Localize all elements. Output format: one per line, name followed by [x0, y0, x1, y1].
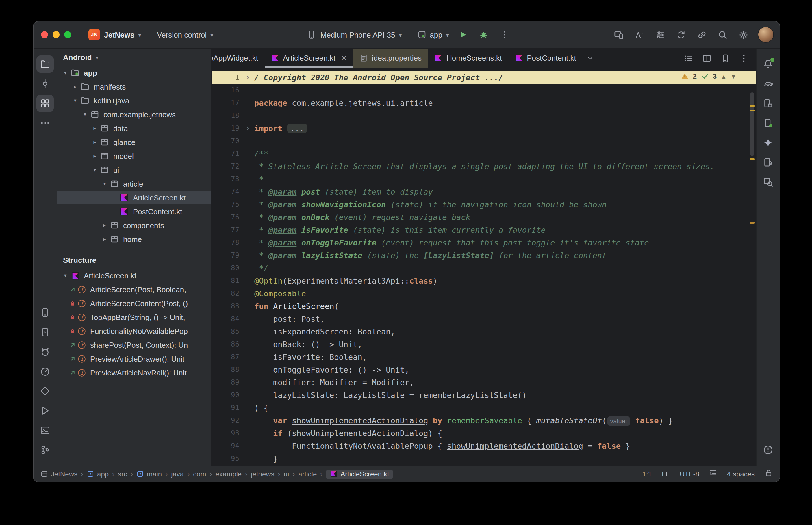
layout-inspector-tool-button[interactable] — [759, 173, 777, 191]
code-line-79[interactable]: 79 * @param lazyListState (state) the [L… — [211, 249, 756, 261]
gemini-tool-button[interactable] — [759, 134, 777, 151]
breadcrumb-java[interactable]: java — [171, 470, 184, 478]
chevron-collapsed-icon[interactable]: ▸ — [100, 222, 109, 228]
fold-marker-icon[interactable]: › — [241, 71, 254, 84]
ai-edit-button[interactable] — [632, 27, 647, 42]
editor-more-button[interactable] — [736, 50, 751, 65]
chevron-expanded-icon[interactable]: ▾ — [90, 167, 99, 173]
minimize-window-button[interactable] — [53, 31, 60, 38]
structure-item-functionalitynotavailablepop[interactable]: fFunctionalityNotAvailablePop — [57, 324, 211, 338]
chevron-collapsed-icon[interactable]: ▸ — [90, 139, 99, 145]
code-line-92[interactable]: 92 var showUnimplementedActionDialog by … — [211, 414, 756, 427]
structure-tool-tool-button[interactable] — [36, 95, 54, 112]
chevron-collapsed-icon[interactable]: ▸ — [90, 125, 99, 131]
chevron-expanded-icon[interactable]: ▾ — [100, 181, 109, 186]
code-line-74[interactable]: 74 * @param post (state) item to display — [211, 185, 756, 198]
vcs-widget[interactable]: Version control ▼ — [157, 30, 214, 39]
chevron-expanded-icon[interactable]: ▾ — [61, 273, 70, 279]
code-line-19[interactable]: 19›import ... — [211, 122, 756, 135]
structure-item-articlescreen-kt[interactable]: ▾ArticleScreen.kt — [57, 269, 211, 282]
user-avatar[interactable] — [758, 27, 774, 43]
breadcrumb-example[interactable]: example — [216, 470, 242, 478]
scrollbar-thumb[interactable] — [750, 92, 754, 156]
code-line-78[interactable]: 78 * @param onToggleFavorite (event) req… — [211, 236, 756, 249]
code-line-90[interactable]: 90 lazyListState: LazyListState = rememb… — [211, 389, 756, 401]
device-streaming-2-tool-button[interactable] — [759, 154, 777, 171]
device-manager-2-tool-button[interactable] — [759, 114, 777, 132]
cursor-position-widget[interactable]: 1:1 — [643, 470, 652, 478]
play-policy-tool-button[interactable] — [36, 402, 54, 419]
breadcrumb-articlescreen-kt[interactable]: ArticleScreen.kt — [326, 469, 393, 479]
code-line-82[interactable]: 82@Composable — [211, 287, 756, 300]
project-tree-item-home[interactable]: ▸home — [57, 232, 211, 246]
code-line-80[interactable]: 80 */ — [211, 261, 756, 274]
device-selector[interactable]: Medium Phone API 35 ▼ — [307, 30, 403, 39]
code-line-16[interactable]: 16 — [211, 84, 756, 96]
structure-item-previewarticlenavrail-unit[interactable]: fPreviewArticleNavRail(): Unit — [57, 365, 211, 379]
project-tree-item-data[interactable]: ▸data — [57, 121, 211, 135]
tab-idea-properties[interactable]: idea.properties — [353, 48, 428, 68]
device-preview-button[interactable] — [718, 50, 733, 65]
settings-button[interactable] — [736, 27, 751, 42]
code-line-86[interactable]: 86 onBack: () -> Unit, — [211, 338, 756, 350]
project-tree-item-ui[interactable]: ▾ui — [57, 163, 211, 177]
structure-item-previewarticledrawer-unit[interactable]: fPreviewArticleDrawer(): Unit — [57, 352, 211, 365]
gradle-tool-button[interactable] — [759, 75, 777, 92]
code-line-72[interactable]: 72 * Stateless Article Screen that displ… — [211, 160, 756, 173]
version-control-tool-button[interactable] — [36, 441, 54, 459]
project-tool-tool-button[interactable] — [36, 56, 54, 73]
code-line-94[interactable]: 94 FunctionalityNotAvailablePopup { show… — [211, 439, 756, 452]
device-manager-tool-button[interactable] — [36, 304, 54, 321]
code-line-88[interactable]: 88 onToggleFavorite: () -> Unit, — [211, 363, 756, 376]
line-ending-widget[interactable]: LF — [662, 470, 670, 478]
project-switcher[interactable]: JetNews ▼ — [104, 30, 142, 39]
code-line-17[interactable]: 17package com.example.jetnews.ui.article — [211, 96, 756, 109]
fold-marker-icon[interactable]: › — [241, 122, 254, 135]
project-tree-item-glance[interactable]: ▸glance — [57, 135, 211, 149]
more-actions-button[interactable] — [497, 27, 512, 42]
structure-item-topappbar-string-unit-[interactable]: fTopAppBar(String, () -> Unit, — [57, 310, 211, 324]
close-window-button[interactable] — [41, 31, 48, 38]
chevron-expanded-icon[interactable]: ▾ — [71, 97, 80, 103]
code-line-84[interactable]: 84 post: Post, — [211, 313, 756, 325]
code-line-95[interactable]: 95 } — [211, 452, 756, 465]
breadcrumb-app[interactable]: app — [87, 470, 109, 478]
chevron-collapsed-icon[interactable]: ▸ — [71, 84, 80, 90]
problems-tool-button[interactable] — [759, 441, 777, 459]
code-line-93[interactable]: 93 if (showUnimplementedActionDialog) { — [211, 427, 756, 439]
code-line-18[interactable]: 18 — [211, 109, 756, 122]
hidden-tabs-button[interactable] — [582, 48, 597, 68]
running-devices-tool-button[interactable] — [36, 324, 54, 341]
logcat-tool-button[interactable] — [36, 343, 54, 360]
indent-guide-icon[interactable] — [709, 469, 717, 479]
project-tree-item-model[interactable]: ▸model — [57, 149, 211, 163]
run-button[interactable] — [456, 27, 471, 42]
code-line-70[interactable]: 70 — [211, 135, 756, 147]
share-link-button[interactable] — [694, 27, 709, 42]
chevron-expanded-icon[interactable]: ▾ — [61, 70, 70, 76]
breadcrumb-jetnews[interactable]: JetNews — [41, 470, 77, 478]
code-line-73[interactable]: 73 * — [211, 173, 756, 185]
code-line-89[interactable]: 89 modifier: Modifier = Modifier, — [211, 376, 756, 389]
close-tab-icon[interactable]: ✕ — [341, 54, 347, 62]
code-line-77[interactable]: 77 * @param isFavorite (state) is this i… — [211, 224, 756, 236]
code-line-75[interactable]: 75 * @param showNavigationIcon (state) i… — [211, 198, 756, 211]
breadcrumb-src[interactable]: src — [118, 470, 127, 478]
device-streaming-button[interactable] — [611, 27, 626, 42]
breadcrumb-jetnews[interactable]: jetnews — [251, 470, 274, 478]
tab-postcontent-kt[interactable]: PostContent.kt — [508, 48, 582, 68]
prev-problem-icon[interactable]: ▲ — [721, 73, 726, 79]
code-line-81[interactable]: 81@OptIn(ExperimentalMaterial3Api::class… — [211, 274, 756, 287]
structure-item-articlescreen-post-boolean-[interactable]: fArticleScreen(Post, Boolean, — [57, 282, 211, 296]
project-tree-item-components[interactable]: ▸components — [57, 218, 211, 232]
breadcrumb-com[interactable]: com — [193, 470, 206, 478]
project-tree-item-manifests[interactable]: ▸manifests — [57, 80, 211, 93]
more-tool-windows-tool-button[interactable] — [36, 114, 54, 132]
editor-list-button[interactable] — [681, 50, 696, 65]
sync-project-button[interactable] — [673, 27, 688, 42]
debug-button[interactable] — [476, 27, 491, 42]
breadcrumb-article[interactable]: article — [298, 470, 317, 478]
notifications-tool-button[interactable] — [759, 56, 777, 73]
structure-item-sharepost-post-context-un[interactable]: fsharePost(Post, Context): Un — [57, 338, 211, 352]
project-view-selector[interactable]: Android ▼ — [57, 48, 211, 66]
